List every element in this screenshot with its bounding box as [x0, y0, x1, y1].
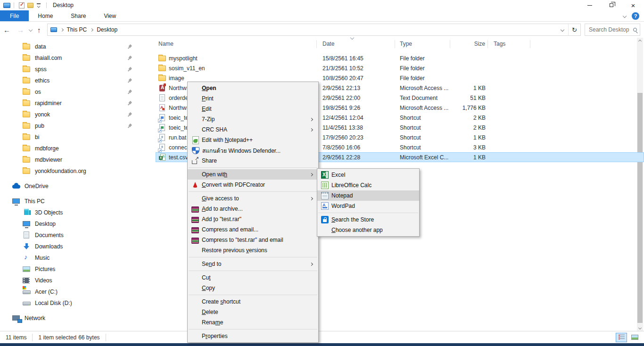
menu-item-give-access-to[interactable]: Give access to: [188, 193, 318, 204]
doc-icon: [158, 94, 166, 102]
address-dropdown-button[interactable]: [557, 24, 568, 35]
minimize-button[interactable]: [579, 0, 601, 10]
breadcrumb-item-this-pc[interactable]: This PC: [64, 26, 90, 33]
menu-item-print[interactable]: Print: [188, 93, 318, 104]
menu-item-windows-defender[interactable]: สแกนด้วย Windows Defender...: [188, 145, 318, 156]
tab-file[interactable]: File: [0, 10, 29, 21]
menu-item-restore-previous-versions[interactable]: Restore previous versions: [188, 245, 318, 255]
menu-item-edit[interactable]: Edit: [188, 104, 318, 114]
refresh-button[interactable]: ↻: [568, 24, 580, 35]
column-header-name[interactable]: Name: [156, 40, 317, 48]
sidebar-item-local-disk-d[interactable]: Local Disk (D:): [0, 297, 147, 309]
recent-locations-chevron[interactable]: [29, 28, 33, 32]
sidebar-item-os[interactable]: os: [0, 86, 147, 98]
search-box[interactable]: [585, 24, 640, 36]
ribbon-right: ?: [623, 10, 644, 21]
sidebar-item-desktop[interactable]: Desktop: [0, 218, 147, 230]
menu-item-open-with[interactable]: Open with: [188, 169, 318, 180]
menu-item-wordpad[interactable]: WordPad: [317, 201, 419, 211]
menu-item-share[interactable]: Share: [188, 156, 318, 166]
sidebar-item-documents[interactable]: Documents: [0, 230, 147, 241]
column-header-size[interactable]: Size: [450, 40, 488, 48]
menu-item-delete[interactable]: Delete: [188, 307, 318, 317]
menu-item-open[interactable]: Open: [188, 83, 318, 93]
sidebar-item-label: data: [35, 43, 46, 50]
menu-item-compress-to-test-rar-and-email[interactable]: Compress to "test.rar" and email: [188, 235, 318, 245]
sidebar-item-bi[interactable]: bi: [0, 132, 147, 143]
menu-item-edit-with-notepad[interactable]: Edit with Notepad++: [188, 135, 318, 145]
menu-item-libreoffice-calc[interactable]: LibreOffice Calc: [317, 180, 419, 190]
details-view-button[interactable]: [616, 333, 627, 342]
menu-item-properties[interactable]: Properties: [188, 331, 318, 341]
sidebar-item-downloads[interactable]: Downloads: [0, 241, 147, 252]
qat-properties-button[interactable]: [17, 1, 26, 9]
address-box[interactable]: This PCDesktop ↻: [47, 24, 581, 36]
menu-item-choose-another-app[interactable]: Choose another app: [317, 225, 419, 235]
breadcrumb-item-desktop[interactable]: Desktop: [94, 26, 120, 33]
menu-item-send-to[interactable]: Send to: [188, 259, 318, 269]
menu-item-search-the-store[interactable]: Search the Store: [317, 214, 419, 225]
menu-item-cut[interactable]: Cut: [188, 272, 318, 283]
sidebar-item-videos[interactable]: Videos: [0, 275, 147, 286]
qat-new-folder-button[interactable]: [26, 1, 34, 9]
menu-item-add-to-test-rar[interactable]: Add to "test.rar": [188, 214, 318, 224]
sidebar-item-mdbviewer[interactable]: mdbviewer: [0, 154, 147, 165]
menu-item-convert-with-pdfcreator[interactable]: Convert with PDFCreator: [188, 180, 318, 190]
column-header-type[interactable]: Type: [395, 40, 450, 48]
forward-arrow[interactable]: →: [17, 26, 24, 34]
sidebar-item-network[interactable]: Network: [0, 313, 147, 324]
winrar-icon: [191, 227, 199, 233]
restore-button[interactable]: [601, 0, 622, 10]
up-arrow[interactable]: ↑: [37, 26, 41, 34]
sidebar-item-this-pc[interactable]: This PC: [0, 196, 147, 207]
sidebar-item-yonok[interactable]: yonok: [0, 109, 147, 120]
sidebar-item-music[interactable]: Music: [0, 252, 147, 264]
sidebar-item-data[interactable]: data: [0, 41, 147, 52]
qat-customize-button[interactable]: [34, 1, 43, 9]
menu-item-create-shortcut[interactable]: Create shortcut: [188, 297, 318, 307]
sidebar-item-pictures[interactable]: Pictures: [0, 264, 147, 275]
sidebar-item-pub[interactable]: pub: [0, 120, 147, 132]
sidebar-item-label: Downloads: [35, 243, 63, 250]
shortcut-arrow-icon: ↗: [158, 139, 162, 142]
menu-item-7-zip[interactable]: 7-Zip: [188, 114, 318, 124]
onedrive-cloud-icon: [12, 182, 21, 190]
menu-item-compress-and-email[interactable]: Compress and email...: [188, 224, 318, 235]
tab-view[interactable]: View: [95, 10, 125, 21]
menu-item-label: Cut: [202, 274, 317, 281]
sidebar-item-thaiall-com[interactable]: thaiall.com: [0, 52, 147, 64]
sidebar-item-onedrive[interactable]: OneDrive: [0, 181, 147, 192]
menu-item-rename[interactable]: Rename: [188, 317, 318, 328]
sidebar-item-yonokfoundation-org[interactable]: yonokfoundation.org: [0, 165, 147, 177]
pin-icon: [126, 55, 133, 62]
sidebar-item-spss[interactable]: spss: [0, 64, 147, 75]
column-header-date[interactable]: Date: [317, 40, 395, 48]
menu-icon-placeholder: [191, 247, 199, 254]
tab-share[interactable]: Share: [62, 10, 95, 21]
search-input[interactable]: [588, 26, 633, 33]
help-icon[interactable]: ?: [632, 12, 639, 20]
back-arrow[interactable]: ←: [3, 26, 10, 34]
menu-item-add-to-archive[interactable]: Add to archive...: [188, 204, 318, 214]
menu-item-crc-sha[interactable]: CRC SHA: [188, 124, 318, 135]
sidebar-item-acer-c[interactable]: Acer (C:): [0, 286, 147, 297]
tab-home[interactable]: Home: [29, 10, 62, 21]
file-row-sosim-v11-en[interactable]: sosim_v11_en21/3/2561 10:52File folder: [156, 63, 644, 73]
sidebar-item-rapidminer[interactable]: rapidminer: [0, 98, 147, 109]
file-date-cell: 21/3/2561 10:52: [317, 63, 395, 73]
csv-icon: [158, 154, 166, 161]
submenu-arrow-icon: [310, 173, 313, 176]
expand-ribbon-chevron[interactable]: [623, 14, 627, 17]
sidebar-item-mdbforge[interactable]: mdbforge: [0, 143, 147, 154]
menu-item-excel[interactable]: Excel: [317, 170, 419, 180]
menu-item-copy[interactable]: Copy: [188, 283, 318, 293]
file-row-myspotlight[interactable]: myspotlight15/8/2561 16:45File folder: [156, 53, 644, 63]
sidebar-item-label: Network: [25, 315, 45, 321]
sidebar-item-3d-objects[interactable]: 3D Objects: [0, 207, 147, 218]
thumbnails-view-button[interactable]: [629, 333, 640, 342]
column-header-tags[interactable]: Tags: [488, 40, 530, 48]
menu-item-notepad[interactable]: Notepad: [317, 190, 419, 201]
menu-item-label: Rename: [202, 319, 317, 326]
sidebar-item-ethics[interactable]: ethics: [0, 75, 147, 86]
close-button[interactable]: ×: [622, 0, 644, 10]
